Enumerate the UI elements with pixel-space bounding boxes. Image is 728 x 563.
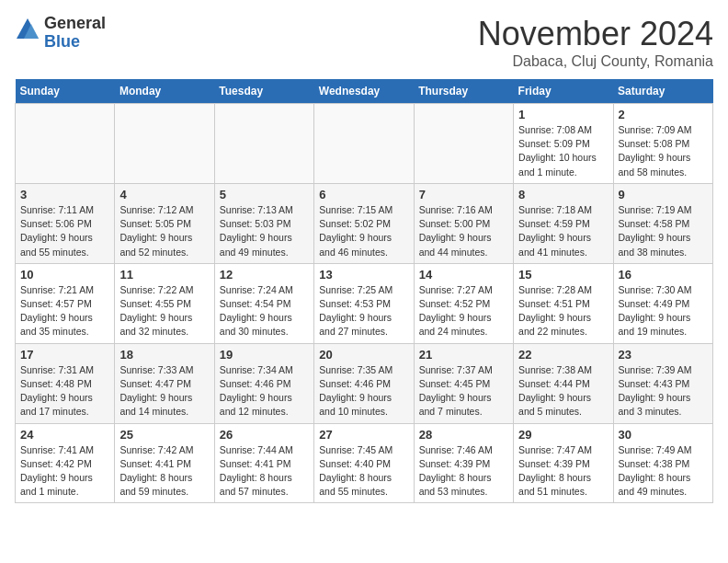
calendar-cell: 5Sunrise: 7:13 AM Sunset: 5:03 PM Daylig… bbox=[214, 183, 313, 263]
weekday-header-wednesday: Wednesday bbox=[314, 79, 414, 104]
day-detail: Sunrise: 7:34 AM Sunset: 4:46 PM Dayligh… bbox=[220, 363, 309, 419]
weekday-header-row: SundayMondayTuesdayWednesdayThursdayFrid… bbox=[16, 79, 713, 104]
day-detail: Sunrise: 7:27 AM Sunset: 4:52 PM Dayligh… bbox=[419, 283, 508, 339]
calendar-week-row: 3Sunrise: 7:11 AM Sunset: 5:06 PM Daylig… bbox=[16, 183, 713, 263]
calendar-week-row: 1Sunrise: 7:08 AM Sunset: 5:09 PM Daylig… bbox=[16, 104, 713, 184]
day-number: 14 bbox=[419, 268, 508, 282]
day-number: 26 bbox=[220, 428, 309, 442]
day-detail: Sunrise: 7:41 AM Sunset: 4:42 PM Dayligh… bbox=[20, 443, 109, 500]
calendar-cell: 13Sunrise: 7:25 AM Sunset: 4:53 PM Dayli… bbox=[314, 263, 414, 343]
logo-text: General Blue bbox=[44, 15, 106, 52]
day-detail: Sunrise: 7:16 AM Sunset: 5:00 PM Dayligh… bbox=[419, 203, 508, 259]
logo-icon bbox=[15, 17, 40, 42]
day-number: 5 bbox=[220, 188, 309, 201]
day-detail: Sunrise: 7:31 AM Sunset: 4:48 PM Dayligh… bbox=[20, 363, 109, 419]
weekday-header-thursday: Thursday bbox=[414, 79, 513, 104]
day-number: 12 bbox=[220, 268, 309, 282]
calendar-cell: 25Sunrise: 7:42 AM Sunset: 4:41 PM Dayli… bbox=[115, 423, 214, 503]
calendar-cell: 28Sunrise: 7:46 AM Sunset: 4:39 PM Dayli… bbox=[414, 423, 513, 503]
calendar-cell bbox=[115, 104, 214, 184]
calendar-cell: 2Sunrise: 7:09 AM Sunset: 5:08 PM Daylig… bbox=[613, 104, 712, 184]
day-detail: Sunrise: 7:08 AM Sunset: 5:09 PM Dayligh… bbox=[518, 123, 608, 179]
calendar-cell: 18Sunrise: 7:33 AM Sunset: 4:47 PM Dayli… bbox=[115, 343, 214, 423]
title-block: November 2024 Dabaca, Cluj County, Roman… bbox=[478, 15, 713, 70]
weekday-header-friday: Friday bbox=[514, 79, 613, 104]
calendar-cell: 15Sunrise: 7:28 AM Sunset: 4:51 PM Dayli… bbox=[514, 263, 613, 343]
calendar-cell bbox=[214, 104, 313, 184]
day-detail: Sunrise: 7:42 AM Sunset: 4:41 PM Dayligh… bbox=[119, 443, 209, 500]
calendar-table: SundayMondayTuesdayWednesdayThursdayFrid… bbox=[15, 79, 713, 503]
calendar-cell: 30Sunrise: 7:49 AM Sunset: 4:38 PM Dayli… bbox=[613, 423, 712, 503]
day-detail: Sunrise: 7:30 AM Sunset: 4:49 PM Dayligh… bbox=[619, 283, 708, 339]
day-detail: Sunrise: 7:13 AM Sunset: 5:03 PM Dayligh… bbox=[220, 203, 309, 259]
day-detail: Sunrise: 7:39 AM Sunset: 4:43 PM Dayligh… bbox=[619, 363, 708, 419]
calendar-cell: 12Sunrise: 7:24 AM Sunset: 4:54 PM Dayli… bbox=[214, 263, 313, 343]
calendar-cell: 29Sunrise: 7:47 AM Sunset: 4:39 PM Dayli… bbox=[514, 423, 613, 503]
day-number: 29 bbox=[518, 428, 608, 442]
day-number: 17 bbox=[20, 348, 109, 362]
day-number: 16 bbox=[619, 268, 708, 282]
day-number: 25 bbox=[119, 428, 209, 442]
calendar-cell: 24Sunrise: 7:41 AM Sunset: 4:42 PM Dayli… bbox=[16, 423, 115, 503]
day-number: 15 bbox=[518, 268, 608, 282]
calendar-cell: 14Sunrise: 7:27 AM Sunset: 4:52 PM Dayli… bbox=[414, 263, 513, 343]
day-number: 13 bbox=[319, 268, 408, 282]
day-number: 22 bbox=[518, 348, 608, 362]
day-detail: Sunrise: 7:09 AM Sunset: 5:08 PM Dayligh… bbox=[619, 123, 708, 179]
calendar-cell: 8Sunrise: 7:18 AM Sunset: 4:59 PM Daylig… bbox=[514, 183, 613, 263]
day-detail: Sunrise: 7:49 AM Sunset: 4:38 PM Dayligh… bbox=[619, 443, 708, 500]
calendar-week-row: 24Sunrise: 7:41 AM Sunset: 4:42 PM Dayli… bbox=[16, 423, 713, 503]
day-number: 11 bbox=[119, 268, 209, 282]
weekday-header-tuesday: Tuesday bbox=[214, 79, 313, 104]
day-number: 18 bbox=[119, 348, 209, 362]
day-detail: Sunrise: 7:24 AM Sunset: 4:54 PM Dayligh… bbox=[220, 283, 309, 339]
page-header: General Blue November 2024 Dabaca, Cluj … bbox=[15, 15, 713, 70]
day-number: 7 bbox=[419, 188, 508, 201]
day-number: 10 bbox=[20, 268, 109, 282]
calendar-cell: 9Sunrise: 7:19 AM Sunset: 4:58 PM Daylig… bbox=[613, 183, 712, 263]
calendar-cell: 17Sunrise: 7:31 AM Sunset: 4:48 PM Dayli… bbox=[16, 343, 115, 423]
day-number: 24 bbox=[20, 428, 109, 442]
day-number: 30 bbox=[619, 428, 708, 442]
day-number: 28 bbox=[419, 428, 508, 442]
day-number: 9 bbox=[619, 188, 708, 201]
weekday-header-monday: Monday bbox=[115, 79, 214, 104]
location: Dabaca, Cluj County, Romania bbox=[478, 53, 713, 70]
day-detail: Sunrise: 7:21 AM Sunset: 4:57 PM Dayligh… bbox=[20, 283, 109, 339]
weekday-header-saturday: Saturday bbox=[613, 79, 712, 104]
day-detail: Sunrise: 7:25 AM Sunset: 4:53 PM Dayligh… bbox=[319, 283, 408, 339]
day-detail: Sunrise: 7:33 AM Sunset: 4:47 PM Dayligh… bbox=[119, 363, 209, 419]
day-number: 27 bbox=[319, 428, 408, 442]
day-number: 4 bbox=[119, 188, 209, 201]
day-number: 3 bbox=[20, 188, 109, 201]
day-number: 8 bbox=[518, 188, 608, 201]
weekday-header-sunday: Sunday bbox=[16, 79, 115, 104]
calendar-cell: 27Sunrise: 7:45 AM Sunset: 4:40 PM Dayli… bbox=[314, 423, 414, 503]
logo-blue: Blue bbox=[44, 33, 106, 52]
day-detail: Sunrise: 7:22 AM Sunset: 4:55 PM Dayligh… bbox=[119, 283, 209, 339]
day-number: 19 bbox=[220, 348, 309, 362]
day-detail: Sunrise: 7:11 AM Sunset: 5:06 PM Dayligh… bbox=[20, 203, 109, 259]
calendar-cell bbox=[314, 104, 414, 184]
day-detail: Sunrise: 7:12 AM Sunset: 5:05 PM Dayligh… bbox=[119, 203, 209, 259]
calendar-cell bbox=[414, 104, 513, 184]
calendar-cell: 22Sunrise: 7:38 AM Sunset: 4:44 PM Dayli… bbox=[514, 343, 613, 423]
day-number: 21 bbox=[419, 348, 508, 362]
day-detail: Sunrise: 7:44 AM Sunset: 4:41 PM Dayligh… bbox=[220, 443, 309, 500]
logo-general: General bbox=[44, 15, 106, 33]
day-number: 23 bbox=[619, 348, 708, 362]
day-detail: Sunrise: 7:18 AM Sunset: 4:59 PM Dayligh… bbox=[518, 203, 608, 259]
calendar-cell: 1Sunrise: 7:08 AM Sunset: 5:09 PM Daylig… bbox=[514, 104, 613, 184]
calendar-cell: 26Sunrise: 7:44 AM Sunset: 4:41 PM Dayli… bbox=[214, 423, 313, 503]
calendar-cell: 19Sunrise: 7:34 AM Sunset: 4:46 PM Dayli… bbox=[214, 343, 313, 423]
month-title: November 2024 bbox=[478, 15, 713, 53]
calendar-cell: 11Sunrise: 7:22 AM Sunset: 4:55 PM Dayli… bbox=[115, 263, 214, 343]
calendar-cell bbox=[16, 104, 115, 184]
calendar-cell: 20Sunrise: 7:35 AM Sunset: 4:46 PM Dayli… bbox=[314, 343, 414, 423]
calendar-cell: 10Sunrise: 7:21 AM Sunset: 4:57 PM Dayli… bbox=[16, 263, 115, 343]
day-detail: Sunrise: 7:47 AM Sunset: 4:39 PM Dayligh… bbox=[518, 443, 608, 500]
logo: General Blue bbox=[15, 15, 106, 52]
day-detail: Sunrise: 7:38 AM Sunset: 4:44 PM Dayligh… bbox=[518, 363, 608, 419]
day-number: 20 bbox=[319, 348, 408, 362]
day-detail: Sunrise: 7:35 AM Sunset: 4:46 PM Dayligh… bbox=[319, 363, 408, 419]
